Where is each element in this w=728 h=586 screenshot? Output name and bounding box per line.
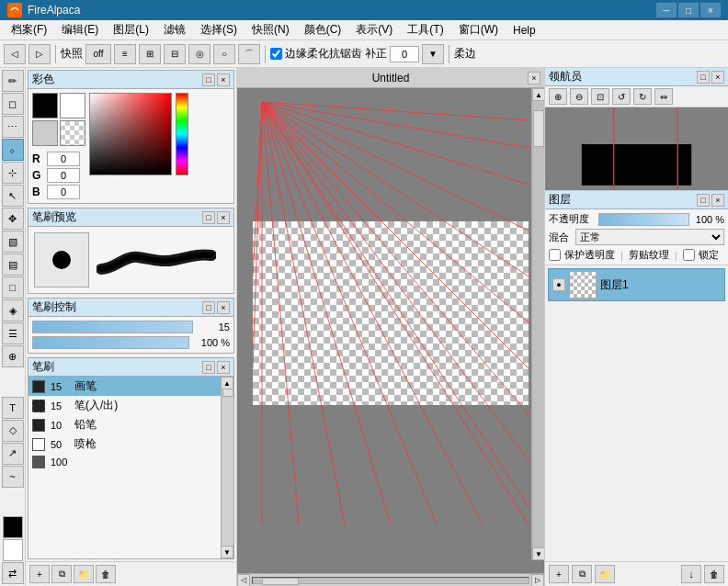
menu-select[interactable]: 选择(S): [193, 20, 245, 39]
antialias-checkbox[interactable]: [270, 48, 282, 60]
brush-item-0[interactable]: 15 画笔: [28, 377, 233, 396]
menu-view[interactable]: 表示(V): [348, 20, 400, 39]
color-spectrum-picker[interactable]: [176, 93, 188, 175]
brush-copy-button[interactable]: ⧉: [51, 565, 72, 583]
nav-rotate-ccw[interactable]: ↺: [612, 88, 631, 105]
transparent-swatch[interactable]: [60, 120, 85, 146]
blend-mode-select[interactable]: 正常: [575, 229, 724, 245]
background-color[interactable]: [3, 539, 23, 561]
menu-window[interactable]: 窗口(W): [451, 20, 506, 39]
r-input[interactable]: 0: [47, 152, 80, 166]
brush-list-detach[interactable]: □: [202, 361, 215, 374]
b-input[interactable]: 0: [47, 185, 80, 199]
tool-zoom[interactable]: ⊕: [2, 345, 24, 367]
close-button[interactable]: ×: [700, 3, 721, 17]
protect-transparency-checkbox[interactable]: [549, 249, 561, 261]
layer-1-visibility[interactable]: ●: [552, 278, 565, 291]
tool-select[interactable]: ⊹: [2, 162, 24, 184]
brush-control-close[interactable]: ×: [217, 301, 230, 314]
navigator-detach[interactable]: □: [697, 71, 710, 84]
nav-fit[interactable]: ⊡: [591, 88, 609, 105]
brush-item-4[interactable]: 100: [28, 454, 233, 470]
brush-folder-button[interactable]: 📁: [74, 565, 94, 583]
tool-pen[interactable]: ✏: [2, 70, 24, 92]
toolbar-back-button[interactable]: ◁: [4, 44, 26, 64]
tool-snap[interactable]: ◇: [2, 420, 24, 442]
tool-hand[interactable]: ☰: [2, 322, 24, 344]
canvas-scroll-thumb-h[interactable]: [262, 578, 299, 585]
canvas-close-button[interactable]: ×: [528, 72, 540, 85]
swap-colors[interactable]: ⇄: [2, 562, 24, 584]
gray-swatch[interactable]: [32, 120, 58, 146]
menu-color[interactable]: 颜色(C): [297, 20, 349, 39]
toolbar-pattern-2[interactable]: ⊞: [139, 44, 161, 64]
foreground-color[interactable]: [3, 516, 23, 538]
maximize-button[interactable]: □: [678, 3, 699, 17]
brush-item-2[interactable]: 10 铅笔: [28, 415, 233, 434]
canvas-scroll-left[interactable]: ◁: [237, 574, 250, 587]
menu-snapshot[interactable]: 快照(N): [245, 20, 297, 39]
color-panel-detach[interactable]: □: [202, 73, 215, 86]
lock-checkbox[interactable]: [683, 249, 695, 261]
toolbar-pattern-5[interactable]: ○: [213, 44, 235, 64]
minimize-button[interactable]: ─: [656, 3, 677, 17]
nav-rotate-cw[interactable]: ↻: [633, 88, 652, 105]
brush-item-1[interactable]: 15 笔(入/出): [28, 396, 233, 415]
nav-flip[interactable]: ⇔: [654, 88, 673, 105]
brush-item-3[interactable]: 50 喷枪: [28, 434, 233, 454]
tool-eraser[interactable]: ◻: [2, 93, 24, 115]
foreground-swatch[interactable]: [32, 93, 58, 118]
layers-detach[interactable]: □: [697, 194, 710, 207]
menu-help[interactable]: Help: [506, 22, 543, 39]
canvas-scroll-up[interactable]: ▲: [532, 88, 544, 101]
brush-list-close[interactable]: ×: [217, 361, 230, 374]
brush-preview-close[interactable]: ×: [217, 211, 230, 224]
tool-eyedropper[interactable]: ◈: [2, 299, 24, 321]
tool-text[interactable]: T: [2, 397, 24, 419]
layer-item-1[interactable]: ● 图层1: [548, 268, 725, 301]
toolbar-forward-button[interactable]: ▷: [28, 44, 51, 64]
tool-bucket[interactable]: ▧: [2, 231, 24, 253]
tool-shape[interactable]: □: [2, 276, 24, 299]
canvas-vertical-scrollbar[interactable]: ▲ ▼: [531, 88, 544, 560]
color-panel-close[interactable]: ×: [217, 73, 230, 86]
color-gradient-picker[interactable]: [89, 93, 172, 175]
brush-list-scrollbar[interactable]: ▲ ▼: [221, 377, 233, 558]
layer-delete-button[interactable]: 🗑: [704, 565, 724, 583]
menu-tools[interactable]: 工具(T): [400, 20, 450, 39]
tool-dotted[interactable]: ⋯: [2, 116, 24, 138]
tool-lasso[interactable]: ↖: [2, 185, 24, 207]
toolbar-pattern-3[interactable]: ⊟: [164, 44, 186, 64]
canvas-scroll-down[interactable]: ▼: [532, 547, 544, 560]
brush-preview-detach[interactable]: □: [202, 211, 215, 224]
opacity-slider[interactable]: [32, 336, 189, 349]
tool-gradient[interactable]: ▤: [2, 254, 24, 276]
nav-zoom-in[interactable]: ⊕: [549, 88, 567, 105]
layer-add-button[interactable]: +: [549, 565, 569, 583]
navigator-close[interactable]: ×: [711, 71, 724, 84]
brush-list-scroll-up[interactable]: ▲: [221, 377, 233, 389]
antialias-checkbox-item[interactable]: 边缘柔化抗锯齿: [270, 46, 362, 62]
tool-fill[interactable]: ⬦: [2, 139, 24, 161]
toolbar-pattern-4[interactable]: ◎: [188, 44, 210, 64]
toolbar-pattern-1[interactable]: ≡: [114, 44, 136, 64]
menu-edit[interactable]: 编辑(E): [54, 20, 106, 39]
canvas-scroll-right[interactable]: ▷: [531, 574, 544, 587]
layer-opacity-slider[interactable]: [598, 213, 689, 226]
menu-file[interactable]: 档案(F): [4, 20, 54, 39]
tool-smudge[interactable]: ~: [2, 466, 24, 488]
toolbar-curve[interactable]: ⌒: [238, 44, 260, 64]
nav-zoom-out[interactable]: ⊖: [570, 88, 588, 105]
correction-down[interactable]: ▼: [422, 44, 444, 64]
menu-filter[interactable]: 滤镜: [156, 20, 193, 39]
layer-copy-button[interactable]: ⧉: [572, 565, 592, 583]
layer-folder-button[interactable]: 📁: [595, 565, 615, 583]
canvas-drawing-area[interactable]: ▲ ▼: [237, 88, 544, 573]
layer-merge-button[interactable]: ↓: [681, 565, 701, 583]
menu-layer[interactable]: 图层(L): [106, 20, 156, 39]
brush-delete-button[interactable]: 🗑: [96, 565, 116, 583]
correction-input[interactable]: [390, 46, 419, 62]
brush-control-detach[interactable]: □: [202, 301, 215, 314]
quick-off-button[interactable]: off: [85, 44, 111, 64]
g-input[interactable]: 0: [47, 168, 80, 183]
